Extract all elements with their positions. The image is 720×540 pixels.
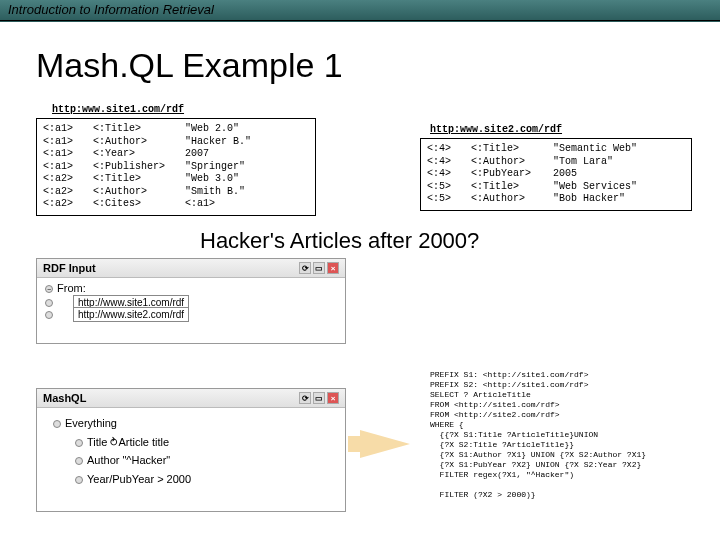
tree-root[interactable]: Everything — [53, 414, 335, 433]
refresh-icon[interactable]: ⟳ — [299, 392, 311, 404]
rdf1-row: <:a1><:Title>"Web 2.0" — [43, 123, 309, 136]
rdf-source-1-url: http:www.site1.com/rdf — [52, 104, 184, 115]
rdf2-row: <:4><:PubYear>2005 — [427, 168, 685, 181]
rdf2-row: <:4><:Title>"Semantic Web" — [427, 143, 685, 156]
mashql-title: MashQL — [43, 392, 86, 404]
rdf2-row: <:4><:Author>"Tom Lara" — [427, 156, 685, 169]
rdf-source-2-url: http:www.site2.com/rdf — [430, 124, 562, 135]
rdf1-row: <:a1><:Year>2007 — [43, 148, 309, 161]
rdf-source-1-box: <:a1><:Title>"Web 2.0" <:a1><:Author>"Ha… — [36, 118, 316, 216]
rdf2-row: <:5><:Author>"Bob Hacker" — [427, 193, 685, 206]
tree-item[interactable]: Title ⥁Article title — [75, 433, 335, 452]
tree-item[interactable]: Year/PubYear > 2000 — [75, 470, 335, 489]
arrow-icon — [360, 430, 410, 458]
close-icon[interactable]: × — [327, 262, 339, 274]
url-input-2[interactable]: http://www.site2.com/rdf — [73, 307, 189, 322]
rdf-input-title: RDF Input — [43, 262, 96, 274]
rdf1-row: <:a2><:Cites><:a1> — [43, 198, 309, 211]
from-label: −From: — [45, 282, 337, 294]
bullet-icon — [75, 439, 83, 447]
minimize-icon[interactable]: ▭ — [313, 392, 325, 404]
bullet-icon — [45, 311, 53, 319]
rdf2-row: <:5><:Title>"Web Services" — [427, 181, 685, 194]
bullet-icon — [75, 476, 83, 484]
bullet-icon — [75, 457, 83, 465]
rdf-input-header: RDF Input ⟳ ▭ × — [37, 259, 345, 278]
query-tree: Everything Title ⥁Article title Author "… — [37, 408, 345, 495]
rdf-source-2-box: <:4><:Title>"Semantic Web" <:4><:Author>… — [420, 138, 692, 211]
bullet-icon — [45, 299, 53, 307]
tree-item[interactable]: Author "^Hacker" — [75, 451, 335, 470]
header-underline — [0, 20, 720, 21]
rdf1-row: <:a2><:Author>"Smith B." — [43, 186, 309, 199]
minimize-icon[interactable]: ▭ — [313, 262, 325, 274]
rdf-input-panel: RDF Input ⟳ ▭ × −From: http://www.site1.… — [36, 258, 346, 344]
close-icon[interactable]: × — [327, 392, 339, 404]
slide-title: Mash.QL Example 1 — [36, 46, 343, 85]
rdf1-row: <:a1><:Author>"Hacker B." — [43, 136, 309, 149]
panel-controls: ⟳ ▭ × — [299, 262, 339, 274]
panel-controls: ⟳ ▭ × — [299, 392, 339, 404]
bullet-icon: − — [45, 285, 53, 293]
refresh-icon[interactable]: ⟳ — [299, 262, 311, 274]
sparql-output: PREFIX S1: <http://site1.com/rdf> PREFIX… — [430, 370, 702, 500]
rdf1-row: <:a2><:Title>"Web 3.0" — [43, 173, 309, 186]
question-text: Hacker's Articles after 2000? — [200, 228, 479, 254]
course-title: Introduction to Information Retrieval — [8, 2, 214, 17]
mashql-panel: MashQL ⟳ ▭ × Everything Title ⥁Article t… — [36, 388, 346, 512]
rdf1-row: <:a1><:Publisher>"Springer" — [43, 161, 309, 174]
mashql-header: MashQL ⟳ ▭ × — [37, 389, 345, 408]
bullet-icon — [53, 420, 61, 428]
